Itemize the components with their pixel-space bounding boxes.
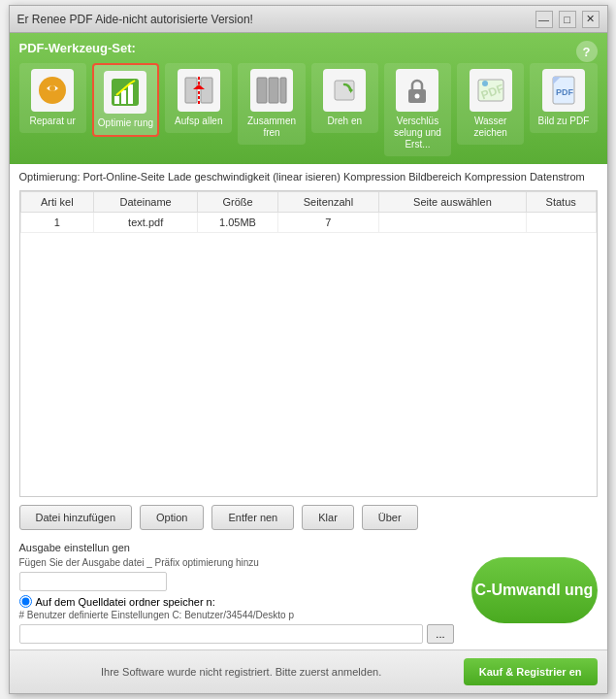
source-radio-label: Auf dem Quelldatei ordner speicher n:	[19, 595, 454, 608]
col-status: Status	[526, 192, 596, 213]
prefix-label: Fügen Sie der Ausgabe datei _ Präfix opt…	[19, 557, 454, 568]
split-label: Aufsp allen	[175, 116, 222, 127]
svg-point-19	[482, 81, 488, 86]
watermark-icon: PDF	[470, 69, 512, 112]
repair-icon	[31, 69, 74, 112]
topdf-icon: PDF	[542, 69, 585, 112]
cell-filename: text.pdf	[94, 213, 198, 233]
tool-split[interactable]: Aufsp allen	[165, 63, 232, 133]
action-buttons: Datei hinzufügen Option Entfer nen Klar …	[19, 505, 598, 530]
register-bar: Ihre Software wurde nicht registriert. B…	[10, 649, 607, 693]
svg-rect-11	[269, 78, 278, 103]
output-section-label: Ausgabe einstellun gen	[19, 542, 598, 553]
optimize-icon	[104, 71, 146, 114]
svg-rect-3	[114, 96, 119, 104]
output-left-col: Fügen Sie der Ausgabe datei _ Präfix opt…	[19, 557, 454, 644]
cell-size: 1.05MB	[198, 213, 277, 233]
file-table-container: Arti kel Dateiname Größe Seitenzahl Seit…	[19, 190, 598, 497]
title-bar: Er Renee PDF Aide-nicht autorisierte Ver…	[10, 6, 607, 33]
svg-rect-7	[201, 78, 212, 103]
cell-status	[526, 213, 596, 233]
minimize-button[interactable]: —	[535, 11, 553, 28]
topdf-label: Bild zu PDF	[538, 116, 590, 127]
watermark-label: Wasser zeichen	[461, 116, 520, 139]
tool-watermark[interactable]: PDF Wasser zeichen	[457, 63, 524, 145]
convert-button[interactable]: C-Umwandl ung	[471, 557, 598, 623]
svg-rect-5	[128, 84, 133, 104]
file-table: Arti kel Dateiname Größe Seitenzahl Seit…	[20, 191, 597, 233]
cell-select	[379, 213, 527, 233]
tool-rotate[interactable]: Dreh en	[311, 63, 378, 133]
about-button[interactable]: Über	[362, 505, 418, 530]
source-radio[interactable]	[19, 595, 32, 608]
svg-rect-4	[121, 90, 126, 104]
prefix-input[interactable]	[19, 572, 167, 591]
toolbar-label: PDF-Werkzeug-Set:	[19, 41, 136, 55]
remove-button[interactable]: Entfer nen	[211, 505, 294, 530]
optimize-label: Optimie rung	[98, 117, 153, 129]
col-pages: Seitenzahl	[277, 192, 378, 213]
clear-button[interactable]: Klar	[302, 505, 354, 530]
maximize-button[interactable]: □	[559, 11, 576, 28]
register-button[interactable]: Kauf & Registrier en	[464, 658, 598, 685]
col-filename: Dateiname	[94, 192, 198, 213]
output-section: Ausgabe einstellun gen Fügen Sie der Aus…	[10, 536, 607, 649]
optimization-info: Optimierung: Port-Online-Seite Lade gesc…	[19, 170, 598, 184]
repair-label: Reparat ur	[29, 116, 75, 127]
add-file-button[interactable]: Datei hinzufügen	[19, 505, 133, 530]
custom-label: # Benutzer definierte Einstellungen C: B…	[19, 610, 454, 620]
close-button[interactable]: ✕	[582, 11, 600, 28]
merge-label: Zusammen fren	[242, 116, 301, 139]
svg-rect-6	[185, 78, 197, 103]
register-text: Ihre Software wurde nicht registriert. B…	[19, 666, 464, 678]
tool-optimize[interactable]: Optimie rung	[92, 63, 159, 137]
tool-merge[interactable]: Zusammen fren	[238, 63, 305, 145]
title-bar-buttons: — □ ✕	[535, 11, 600, 28]
encrypt-label: Verschlüs selung und Erst...	[388, 116, 447, 150]
tool-encrypt[interactable]: Verschlüs selung und Erst...	[384, 63, 451, 156]
option-button[interactable]: Option	[140, 505, 204, 530]
window-title: Er Renee PDF Aide-nicht autorisierte Ver…	[17, 13, 253, 26]
svg-rect-12	[280, 78, 286, 103]
table-row[interactable]: 1 text.pdf 1.05MB 7	[20, 213, 596, 233]
tool-repair[interactable]: Reparat ur	[19, 63, 86, 133]
svg-rect-10	[257, 78, 267, 103]
svg-point-16	[415, 94, 420, 99]
rotate-icon	[323, 69, 366, 112]
col-select: Seite auswählen	[379, 192, 527, 213]
cell-index: 1	[20, 213, 94, 233]
output-right-col: C-Umwandl ung	[462, 557, 598, 623]
encrypt-icon	[396, 69, 438, 112]
browse-button[interactable]: ...	[427, 624, 453, 644]
col-size: Größe	[198, 192, 277, 213]
toolbar: PDF-Werkzeug-Set: ? Reparat ur	[10, 33, 607, 164]
tool-topdf[interactable]: PDF Bild zu PDF	[530, 63, 597, 133]
main-window: Er Renee PDF Aide-nicht autorisierte Ver…	[9, 5, 608, 694]
split-icon	[178, 69, 220, 112]
merge-icon	[250, 69, 293, 112]
cell-pages: 7	[277, 213, 378, 233]
two-col-bottom: Fügen Sie der Ausgabe datei _ Präfix opt…	[19, 557, 598, 644]
help-button[interactable]: ?	[576, 41, 598, 62]
custom-path-input[interactable]	[19, 624, 424, 644]
rotate-label: Dreh en	[327, 116, 362, 127]
svg-text:PDF: PDF	[556, 87, 574, 97]
toolbar-icons: Reparat ur Optimie rung	[19, 63, 598, 156]
col-index: Arti kel	[20, 192, 94, 213]
content-area: Optimierung: Port-Online-Seite Lade gesc…	[10, 164, 607, 536]
svg-point-1	[49, 85, 55, 91]
